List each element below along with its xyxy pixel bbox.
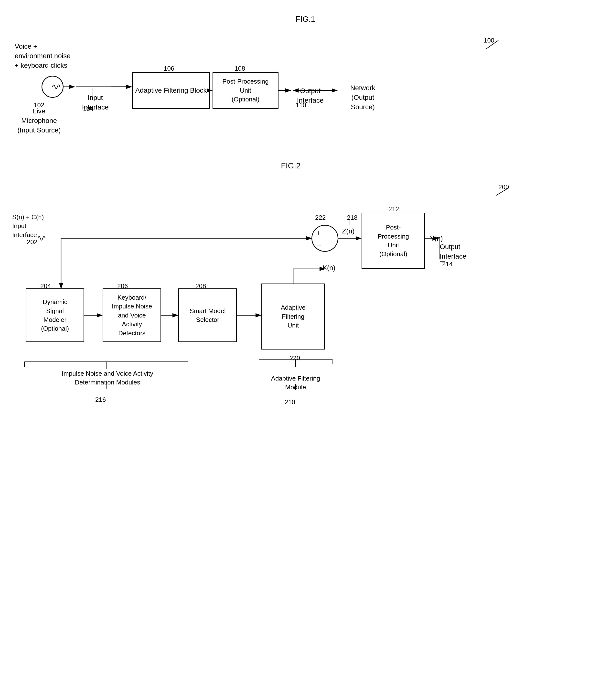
ref-208: 208: [195, 282, 206, 290]
microphone-label: Live Microphone (Input Source): [15, 106, 64, 135]
ref-210: 210: [285, 399, 295, 406]
afu-box: Adaptive Filtering Unit: [261, 283, 325, 349]
ref-200: 200: [498, 183, 509, 191]
dsm-box: Dynamic Signal Modeler (Optional): [26, 289, 84, 342]
ref-108: 108: [235, 65, 245, 72]
ref-222: 222: [315, 214, 326, 221]
zn-label: Z(n): [342, 227, 354, 235]
kn-label: K(n): [322, 264, 335, 272]
yn-label: Y(n): [430, 235, 443, 243]
inv-noise-label: Impulse Noise and Voice Activity Determi…: [25, 369, 191, 387]
ref-100: 100: [484, 37, 494, 44]
ref-216: 216: [95, 396, 106, 404]
sum-circle: [311, 225, 338, 252]
ppu-box-fig2: Post- Processing Unit (Optional): [362, 213, 425, 269]
afb-box: Adaptive Filtering Block: [132, 72, 210, 109]
ref-106: 106: [164, 65, 174, 72]
ppu-box-fig1: Post-Processing Unit (Optional): [212, 72, 278, 109]
afm-label: Adaptive Filtering Module: [257, 374, 335, 392]
ref-204: 204: [40, 282, 51, 290]
fig2-title: FIG.2: [266, 161, 315, 170]
input-label-fig2: S(n) + C(n) Input Interface: [12, 213, 61, 239]
ref-104: 104: [83, 105, 94, 113]
ref-206: 206: [117, 282, 128, 290]
ref-110: 110: [295, 102, 306, 109]
ref-218: 218: [347, 214, 357, 221]
ref-212: 212: [388, 205, 399, 213]
network-label: Network (Output Source): [340, 83, 386, 112]
diagram-container: FIG.1 100 Voice + environment noise + ke…: [0, 0, 610, 700]
kind-box: Keyboard/ Impulse Noise and Voice Activi…: [102, 289, 161, 342]
input-source-label: Voice + environment noise + keyboard cli…: [15, 42, 78, 71]
input-interface-label-fig1: Input Interface: [76, 93, 115, 112]
ref-220: 220: [289, 354, 300, 362]
sms-box: Smart Model Selector: [178, 289, 237, 342]
microphone-circle: [42, 76, 64, 98]
ref-214: 214: [442, 260, 453, 268]
fig1-title: FIG.1: [281, 15, 330, 24]
ref-202: 202: [27, 238, 37, 246]
output-interface-label-fig2: Output Interface: [440, 242, 479, 261]
